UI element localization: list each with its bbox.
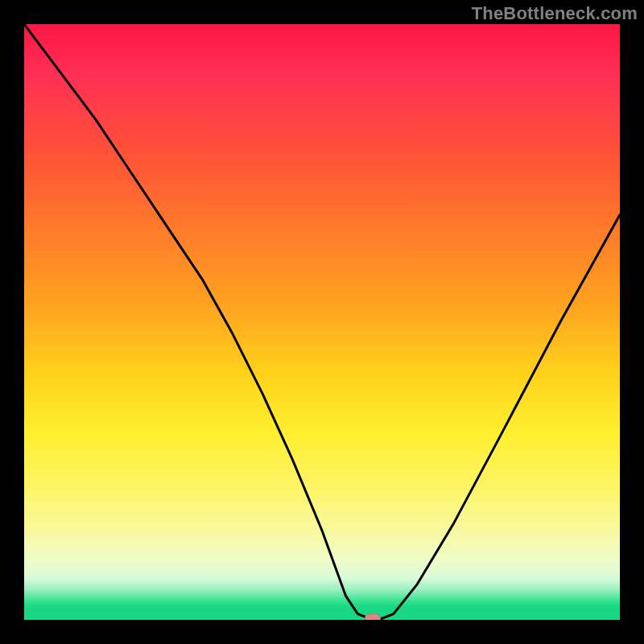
bottleneck-curve <box>24 24 620 620</box>
chart-frame: TheBottleneck.com <box>0 0 644 644</box>
plot-area <box>24 24 620 620</box>
watermark-text: TheBottleneck.com <box>472 3 638 24</box>
optimal-marker <box>365 613 381 620</box>
